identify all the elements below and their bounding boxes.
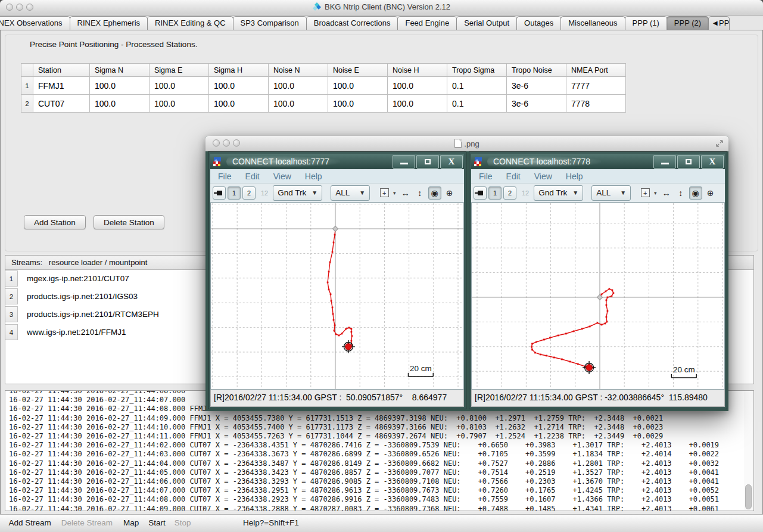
- zoom-select-icon[interactable]: +: [639, 187, 651, 199]
- station-cell[interactable]: 100.0: [388, 95, 447, 113]
- connect-maximize-button[interactable]: [416, 155, 439, 169]
- tab-miscellaneous[interactable]: Miscellaneous: [560, 16, 625, 30]
- connect-close-button[interactable]: X: [440, 155, 463, 169]
- crosshair-icon[interactable]: ⊕: [444, 187, 456, 199]
- tab-ppp-2-[interactable]: PPP (2): [667, 16, 709, 30]
- zoom-horizontal-icon[interactable]: ↔: [661, 187, 672, 199]
- png-content: CONNECT localhost:7777 X FileEditViewHel…: [205, 151, 728, 411]
- connect-window-7778[interactable]: CONNECT localhost:7778 X FileEditViewHel…: [469, 151, 727, 409]
- station-cell[interactable]: 7777: [566, 77, 626, 95]
- connect-minimize-button[interactable]: [393, 155, 415, 169]
- station-cell[interactable]: CUT07: [33, 95, 90, 113]
- tab-feed-engine[interactable]: Feed Engine: [397, 16, 457, 30]
- menu-file[interactable]: File: [218, 172, 232, 181]
- zoom-vertical-icon[interactable]: ↕: [675, 187, 687, 199]
- connect-titlebar[interactable]: CONNECT localhost:7778 X: [471, 154, 725, 169]
- stream-row-number: 4: [5, 324, 18, 340]
- zoom-dropdown-icon[interactable]: ▾: [393, 190, 396, 196]
- tab-broadcast-corrections[interactable]: Broadcast Corrections: [306, 16, 398, 30]
- plot-type-select[interactable]: Gnd Trk▼: [534, 185, 583, 201]
- station-cell[interactable]: 3e-6: [507, 95, 566, 113]
- stream-mountpoint: mgex.igs-ip.net:2101/CUT07: [27, 270, 129, 288]
- station-cell[interactable]: 100.0: [150, 95, 209, 113]
- png-preview-window[interactable]: .png CONNECT localhost:7777 X FileEditVi…: [205, 136, 728, 411]
- connect-titlebar[interactable]: CONNECT localhost:7777 X: [210, 154, 464, 169]
- connect-maximize-button[interactable]: [677, 155, 700, 169]
- ground-track-plot[interactable]: 20 cm: [210, 203, 464, 390]
- station-cell[interactable]: FFMJ1: [33, 77, 90, 95]
- station-row[interactable]: 1FFMJ1100.0100.0100.0100.0100.0100.00.13…: [21, 77, 626, 95]
- bnc-main-window: BKG Ntrip Client (BNC) Version 2.12 INEX…: [0, 0, 763, 532]
- recenter-icon[interactable]: ◉: [689, 186, 702, 200]
- station-cell[interactable]: 3e-6: [507, 77, 566, 95]
- action-map[interactable]: Map: [123, 518, 139, 527]
- station-cell[interactable]: 0.1: [447, 77, 507, 95]
- action-stop: Stop: [175, 518, 191, 527]
- expand-icon[interactable]: [715, 139, 724, 148]
- png-titlebar[interactable]: .png: [205, 136, 728, 152]
- zoom-select-icon[interactable]: +: [378, 187, 390, 199]
- tab-outages[interactable]: Outages: [516, 16, 561, 30]
- chevron-down-icon: ▼: [620, 189, 626, 196]
- tab-inex-observations[interactable]: INEX Observations: [0, 16, 70, 30]
- tab-sp3-comparison[interactable]: SP3 Comparison: [233, 16, 307, 30]
- snapshot-button-icon[interactable]: [213, 186, 226, 200]
- delete-station-button[interactable]: Delete Station: [94, 215, 164, 229]
- plot-type-select[interactable]: Gnd Trk▼: [273, 185, 322, 201]
- connect-window-7777[interactable]: CONNECT localhost:7777 X FileEditViewHel…: [208, 151, 466, 409]
- station-cell[interactable]: 100.0: [209, 95, 269, 113]
- ppp-caption: Precise Point Positioning - Processed St…: [30, 40, 197, 49]
- log-scrollbar-thumb[interactable]: [745, 484, 752, 509]
- zoom-vertical-icon[interactable]: ↕: [414, 187, 426, 199]
- station-cell[interactable]: 100.0: [269, 95, 328, 113]
- menu-edit[interactable]: Edit: [506, 172, 521, 181]
- menu-edit[interactable]: Edit: [245, 172, 260, 181]
- menu-help[interactable]: Help: [305, 172, 322, 181]
- panel-2-button[interactable]: 2: [503, 186, 516, 200]
- station-cell[interactable]: 100.0: [328, 95, 388, 113]
- station-cell[interactable]: 100.0: [209, 77, 269, 95]
- connect-close-button[interactable]: X: [701, 155, 724, 169]
- snapshot-button-icon[interactable]: [474, 186, 487, 200]
- window-title: BKG Ntrip Client (BNC) Version 2.12: [0, 2, 763, 11]
- station-cell[interactable]: 100.0: [328, 77, 388, 95]
- satellite-select[interactable]: ALL▼: [591, 185, 631, 201]
- station-cell[interactable]: 100.0: [269, 77, 328, 95]
- panel-1-button[interactable]: 1: [488, 186, 502, 200]
- column-header-nmea-port: NMEA Port: [566, 64, 626, 77]
- svg-text:20 cm: 20 cm: [410, 364, 432, 373]
- chevron-down-icon: ▼: [572, 189, 578, 196]
- station-row[interactable]: 2CUT07100.0100.0100.0100.0100.0100.00.13…: [21, 95, 626, 113]
- station-cell[interactable]: 7778: [566, 95, 626, 113]
- crosshair-icon[interactable]: ⊕: [705, 187, 717, 199]
- menu-view[interactable]: View: [273, 172, 291, 181]
- column-header-noise-n: Noise N: [269, 64, 328, 77]
- menu-file[interactable]: File: [479, 172, 493, 181]
- connect-minimize-button[interactable]: [653, 155, 676, 169]
- panel-1-button[interactable]: 1: [228, 186, 241, 200]
- station-cell[interactable]: 100.0: [90, 95, 150, 113]
- menu-view[interactable]: View: [534, 172, 552, 181]
- tab-scroll-overflow[interactable]: ◄PPP: [708, 16, 730, 30]
- satellite-select[interactable]: ALL▼: [331, 185, 370, 201]
- station-cell[interactable]: 100.0: [90, 77, 150, 95]
- menu-help[interactable]: Help: [566, 172, 583, 181]
- zoom-dropdown-icon[interactable]: ▾: [654, 190, 657, 196]
- add-station-button[interactable]: Add Station: [24, 215, 86, 229]
- log-scrollbar[interactable]: [744, 391, 753, 510]
- recenter-icon[interactable]: ◉: [428, 186, 441, 200]
- ground-track-plot[interactable]: 20 cm: [471, 203, 725, 390]
- station-cell[interactable]: 0.1: [447, 95, 507, 113]
- tab-rinex-ephemeris[interactable]: RINEX Ephemeris: [70, 16, 148, 30]
- station-cell[interactable]: 100.0: [388, 77, 447, 95]
- tab-rinex-editing-qc[interactable]: RINEX Editing & QC: [147, 16, 233, 30]
- action-start[interactable]: Start: [148, 518, 166, 527]
- column-header-noise-e: Noise E: [328, 64, 388, 77]
- tab-serial-output[interactable]: Serial Output: [456, 16, 517, 30]
- svg-text:20 cm: 20 cm: [673, 365, 695, 374]
- zoom-horizontal-icon[interactable]: ↔: [400, 187, 412, 199]
- panel-2-button[interactable]: 2: [242, 186, 256, 200]
- action-add-stream[interactable]: Add Stream: [8, 518, 51, 527]
- station-cell[interactable]: 100.0: [150, 77, 209, 95]
- tab-ppp-1-[interactable]: PPP (1): [625, 16, 667, 30]
